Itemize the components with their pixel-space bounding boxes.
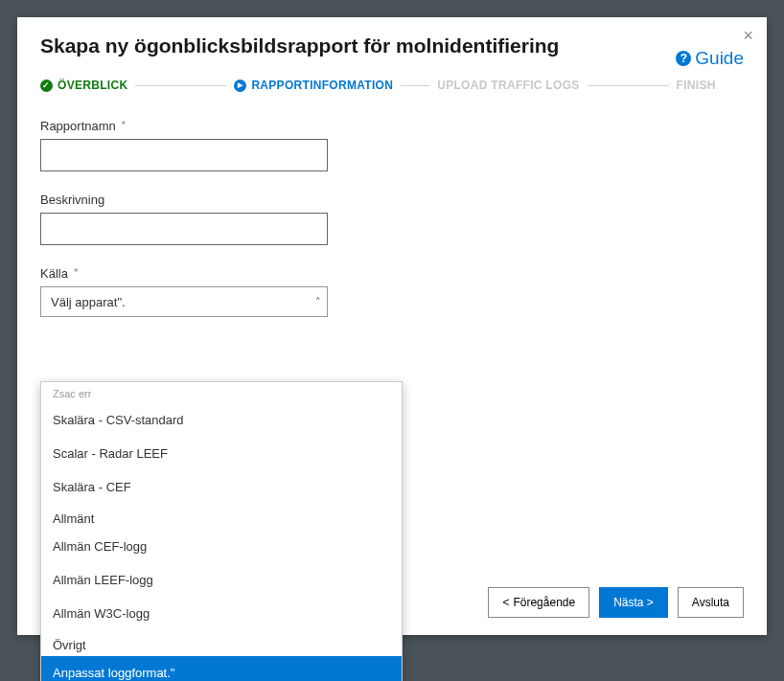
chevron-left-icon: < bbox=[502, 596, 509, 609]
dropdown-item[interactable]: Allmän CEF-logg bbox=[41, 530, 402, 563]
required-mark: * bbox=[74, 266, 78, 278]
modal-title: Skapa ny ögonblicksbildsrapport för moln… bbox=[40, 34, 559, 57]
report-name-group: Rapportnamn* bbox=[40, 119, 744, 171]
step-overview[interactable]: ÖVERBLICK bbox=[40, 79, 127, 92]
create-snapshot-report-modal: × Skapa ny ögonblicksbildsrapport för mo… bbox=[17, 17, 767, 635]
source-select[interactable]: Välj apparat". ˄ bbox=[40, 286, 328, 317]
guide-label: Guide bbox=[695, 48, 744, 69]
chevron-up-icon: ˄ bbox=[315, 296, 321, 308]
dropdown-item[interactable]: Scalar - Radar LEEF bbox=[41, 437, 402, 470]
source-selected-value: Välj apparat". bbox=[51, 295, 126, 309]
step-label: ÖVERBLICK bbox=[58, 79, 127, 92]
dropdown-item-selected[interactable]: Anpassat loggformat." bbox=[41, 656, 402, 681]
step-separator bbox=[401, 85, 429, 86]
step-separator bbox=[588, 85, 669, 86]
description-group: Beskrivning bbox=[40, 193, 744, 245]
help-icon: ? bbox=[676, 51, 691, 66]
previous-button[interactable]: < Föregående bbox=[488, 587, 589, 618]
dropdown-item[interactable]: Allmän LEEF-logg bbox=[41, 563, 402, 597]
close-icon[interactable]: × bbox=[743, 27, 753, 44]
footer-buttons: < Föregående Nästa > Avsluta bbox=[488, 587, 744, 618]
step-upload: UPLOAD TRAFFIC LOGS bbox=[437, 79, 579, 92]
report-name-input[interactable] bbox=[40, 139, 328, 171]
dropdown-item[interactable]: Skalära - CEF bbox=[41, 470, 402, 504]
dropdown-group-header: Allmänt bbox=[41, 504, 402, 530]
guide-link[interactable]: ? Guide bbox=[676, 48, 744, 69]
description-input[interactable] bbox=[40, 213, 328, 245]
required-mark: * bbox=[122, 119, 126, 130]
dropdown-item[interactable]: Skalära - CSV-standard bbox=[41, 403, 402, 437]
check-icon bbox=[40, 79, 53, 92]
next-button[interactable]: Nästa > bbox=[599, 587, 668, 618]
dropdown-item[interactable]: Allmän W3C-logg bbox=[41, 597, 402, 630]
step-label: UPLOAD TRAFFIC LOGS bbox=[437, 79, 579, 92]
description-label: Beskrivning bbox=[40, 193, 744, 207]
source-dropdown-scroll[interactable]: Zsac err Skalära - CSV-standard Scalar -… bbox=[41, 382, 402, 681]
exit-button[interactable]: Avsluta bbox=[678, 587, 744, 618]
step-label: FINISH bbox=[677, 79, 716, 92]
play-icon bbox=[234, 79, 246, 92]
step-report-info[interactable]: RAPPORTINFORMATION bbox=[234, 79, 393, 92]
step-separator bbox=[135, 85, 226, 86]
report-name-label: Rapportnamn* bbox=[40, 119, 744, 133]
source-group: Källa* Välj apparat". ˄ bbox=[40, 266, 744, 317]
dropdown-group-header: Övrigt bbox=[41, 630, 402, 656]
step-label: RAPPORTINFORMATION bbox=[251, 79, 393, 92]
dropdown-item[interactable]: Zsac err bbox=[41, 382, 402, 403]
source-label: Källa* bbox=[40, 266, 744, 281]
modal-header: Skapa ny ögonblicksbildsrapport för moln… bbox=[40, 34, 744, 69]
step-finish: FINISH bbox=[677, 79, 716, 92]
button-label: Föregående bbox=[513, 596, 575, 609]
source-dropdown: Zsac err Skalära - CSV-standard Scalar -… bbox=[40, 381, 403, 681]
wizard-steps: ÖVERBLICK RAPPORTINFORMATION UPLOAD TRAF… bbox=[40, 79, 744, 92]
